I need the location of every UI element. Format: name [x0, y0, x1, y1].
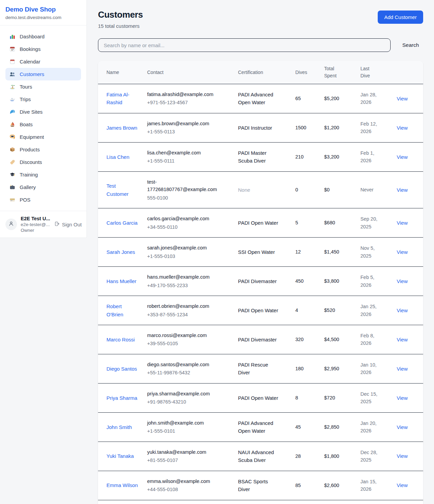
sidebar-item-calendar[interactable]: Calendar [5, 55, 81, 68]
customer-dives: 95 [295, 500, 324, 504]
table-row: Test Customer test-1772681807767@example… [98, 171, 423, 208]
customer-name-link[interactable]: Robert O'Brien [106, 303, 123, 317]
customer-total-spent: $4,500 [324, 325, 360, 354]
customer-certification: PADI Open Water [238, 296, 295, 325]
view-link[interactable]: View [397, 154, 408, 160]
customer-total-spent: $1,450 [324, 238, 360, 267]
customer-total-spent: $2,100 [324, 500, 360, 504]
customer-name-link[interactable]: James Brown [106, 125, 137, 131]
main-content: Customers 15 total customers Add Custome… [87, 0, 434, 504]
view-link[interactable]: View [397, 395, 408, 401]
customer-name-link[interactable]: Test Customer [106, 183, 129, 197]
sign-out-label: Sign Out [62, 222, 82, 227]
view-link[interactable]: View [397, 96, 408, 101]
table-row: Priya Sharma priya.sharma@example.com +9… [98, 383, 423, 412]
avatar [5, 219, 17, 230]
sidebar-item-boats[interactable]: Boats [5, 118, 81, 131]
customer-last-dive: Feb 8, 2026 [360, 325, 397, 354]
sign-out-icon [55, 221, 60, 227]
sidebar-nav: Dashboard 17 Bookings Calendar Customers… [0, 25, 86, 211]
customer-certification: NAUI Advanced Scuba Diver [238, 442, 295, 471]
sidebar-item-training[interactable]: Training [5, 168, 81, 181]
customer-last-dive: Feb 5, 2026 [360, 267, 397, 296]
customer-email: hans.mueller@example.com [147, 273, 220, 281]
customer-certification: PADI Master Scuba Diver [238, 142, 295, 171]
customer-name-link[interactable]: Lisa Chen [106, 154, 130, 160]
customer-name-link[interactable]: Fatima Al-Rashid [106, 92, 130, 105]
customer-name-link[interactable]: Emma Wilson [106, 482, 138, 488]
view-link[interactable]: View [397, 278, 408, 284]
customer-last-dive: Feb 12, 2026 [360, 113, 397, 142]
column-header-contact: Contact [147, 61, 238, 84]
customer-certification: PADI Instructor [238, 113, 295, 142]
customer-dives: 45 [295, 412, 324, 442]
customer-name-link[interactable]: Priya Sharma [106, 395, 137, 401]
customer-phone: +55-11-99876-5432 [147, 369, 220, 376]
diving-mask-icon [9, 134, 15, 140]
view-link[interactable]: View [397, 337, 408, 342]
view-link[interactable]: View [397, 453, 408, 459]
view-link[interactable]: View [397, 366, 408, 372]
customer-name-link[interactable]: Diego Santos [106, 366, 137, 372]
view-link[interactable]: View [397, 424, 408, 430]
sidebar-item-tours[interactable]: Tours [5, 80, 81, 93]
sidebar-item-dive-sites[interactable]: Dive Sites [5, 106, 81, 118]
credit-card-icon [9, 197, 15, 203]
sidebar-item-dashboard[interactable]: Dashboard [5, 30, 81, 43]
sidebar-item-discounts[interactable]: Discounts [5, 156, 81, 168]
graduation-cap-icon [9, 172, 15, 178]
view-link[interactable]: View [397, 307, 408, 313]
sign-out-button[interactable]: Sign Out [55, 221, 82, 227]
view-link[interactable]: View [397, 187, 408, 193]
customer-email: test-1772681807767@example.com [147, 178, 220, 193]
customer-total-spent: $3,200 [324, 142, 360, 171]
customer-email: john.smith@example.com [147, 419, 220, 427]
search-button[interactable]: Search [398, 39, 423, 51]
customer-dives: 450 [295, 267, 324, 296]
table-row: Diego Santos diego.santos@example.com +5… [98, 354, 423, 383]
svg-text:17: 17 [11, 49, 14, 51]
customer-certification: PADI Advanced Open Water [238, 500, 295, 504]
sidebar-item-bookings[interactable]: 17 Bookings [5, 43, 81, 55]
customer-name-link[interactable]: Carlos Garcia [106, 220, 138, 226]
sidebar-item-customers[interactable]: Customers [5, 68, 81, 80]
view-link[interactable]: View [397, 125, 408, 131]
column-header-total-spent: Total Spent [324, 61, 360, 84]
customer-last-dive: Feb 10, 2026 [360, 500, 397, 504]
customer-last-dive: Jan 25, 2026 [360, 296, 397, 325]
view-link[interactable]: View [397, 249, 408, 255]
customer-email: sarah.jones@example.com [147, 244, 220, 251]
customer-name-link[interactable]: Hans Mueller [106, 278, 136, 284]
add-customer-button[interactable]: Add Customer [378, 11, 423, 24]
shop-domain: demo.test.divestreams.com [5, 15, 81, 20]
customer-last-dive: Dec 15, 2025 [360, 383, 397, 412]
customer-total-spent: $2,600 [324, 471, 360, 500]
customer-certification: None [238, 171, 295, 208]
shop-name: Demo Dive Shop [5, 6, 81, 13]
sidebar-item-equipment[interactable]: Equipment [5, 131, 81, 143]
customer-certification: PADI Open Water [238, 208, 295, 238]
customer-last-dive: Sep 20, 2025 [360, 208, 397, 238]
customer-email: diego.santos@example.com [147, 361, 220, 368]
sidebar-item-pos[interactable]: POS [5, 193, 81, 206]
search-row: Search [98, 38, 423, 52]
customer-email: carlos.garcia@example.com [147, 215, 220, 222]
customer-total-spent: $680 [324, 208, 360, 238]
customer-name-link[interactable]: John Smith [106, 424, 132, 430]
sidebar-item-products[interactable]: Products [5, 143, 81, 156]
view-link[interactable]: View [397, 220, 408, 226]
customer-dives: 210 [295, 142, 324, 171]
search-input[interactable] [98, 38, 391, 52]
table-row: Sarah Jones sarah.jones@example.com +1-5… [98, 238, 423, 267]
sidebar-item-trips[interactable]: Trips [5, 93, 81, 106]
table-row: James Brown james.brown@example.com +1-5… [98, 113, 423, 142]
customer-total-spent: $5,200 [324, 84, 360, 113]
sidebar-item-gallery[interactable]: Gallery [5, 181, 81, 193]
table-header-row: NameContactCertificationDivesTotal Spent… [98, 61, 423, 84]
view-link[interactable]: View [397, 482, 408, 488]
customer-name-link[interactable]: Marco Rossi [106, 337, 135, 342]
customer-phone: +1-555-0113 [147, 128, 220, 135]
customer-dives: 28 [295, 442, 324, 471]
customer-name-link[interactable]: Sarah Jones [106, 249, 135, 255]
customer-name-link[interactable]: Yuki Tanaka [106, 453, 134, 459]
